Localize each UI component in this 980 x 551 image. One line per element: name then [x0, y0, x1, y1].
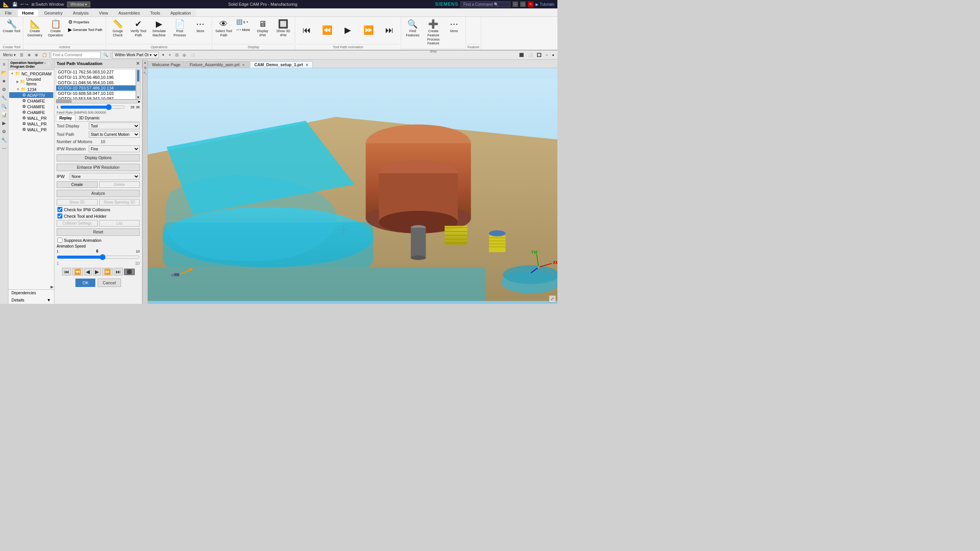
code-line-1[interactable]: GOTO/-11.370,56.460,10.196: [56, 75, 136, 80]
display-ipw-btn[interactable]: 🖥 Display IPW: [253, 18, 273, 39]
number-select-btn[interactable]: 🔢5 ▼: [234, 18, 252, 26]
generate-toolpath-btn[interactable]: ▶Generate Tool Path: [66, 26, 104, 33]
sidebar-icon-tools[interactable]: 🔧: [0, 94, 8, 102]
tpv-main-slider[interactable]: [60, 104, 125, 110]
snap-icon-3[interactable]: ⊡: [174, 52, 180, 57]
sidebar-icon-more[interactable]: ⋯: [0, 145, 8, 152]
minimize-btn[interactable]: ─: [513, 2, 518, 7]
snap-icon-4[interactable]: ◎: [181, 52, 188, 57]
ctrl-back-btn[interactable]: ⏪: [72, 268, 83, 276]
speed-slider[interactable]: [57, 254, 140, 260]
show-3d-btn[interactable]: Show 3D: [57, 199, 98, 205]
tpv-ok-btn[interactable]: OK: [75, 279, 95, 287]
show-3d-ipw-btn[interactable]: 🔲 Show 3D IPW: [273, 18, 293, 39]
check-tool-checkbox[interactable]: [57, 214, 62, 218]
sidebar-icon-search[interactable]: 🔍: [0, 103, 8, 110]
tpv-delete-btn[interactable]: Delete: [99, 181, 140, 188]
sidebar-icon-menu[interactable]: ≡: [0, 60, 8, 68]
ctrl-rewind-btn[interactable]: ⏮: [62, 268, 71, 276]
nav-dependencies-tab[interactable]: Dependencies: [8, 290, 54, 297]
sidebar-icon-star[interactable]: ★: [0, 77, 8, 85]
create-tool-btn[interactable]: 🔧 Create Tool: [2, 18, 21, 35]
analyze-btn[interactable]: Analyze: [57, 190, 140, 197]
tpv-close-btn[interactable]: ✕: [136, 61, 140, 66]
view-icon-3[interactable]: 🔲: [535, 52, 543, 57]
ctrl-stop-btn[interactable]: ⬛: [124, 269, 135, 275]
ctrl-next-btn[interactable]: ⏩: [102, 268, 113, 276]
snap-icon-2[interactable]: +: [167, 52, 173, 57]
code-line-2[interactable]: GOTO/-11.048,56.954,10.165: [56, 80, 136, 85]
tab-view[interactable]: View: [94, 9, 113, 16]
sidebar-icon-chart[interactable]: 📊: [0, 111, 8, 119]
rstrip-icon-1[interactable]: ▲: [143, 60, 147, 65]
create-operation-btn[interactable]: 📋 Create Operation: [46, 18, 65, 39]
code-scrollbar[interactable]: ▼: [136, 69, 140, 99]
redo-btn[interactable]: ↪: [25, 2, 28, 7]
reset-btn[interactable]: Reset: [57, 228, 140, 236]
rstrip-icon-3[interactable]: 🔧: [143, 71, 147, 75]
post-process-btn[interactable]: 📄 Post Process: [170, 18, 189, 39]
vp-tab-fixture-close[interactable]: ✕: [242, 63, 245, 67]
properties-btn[interactable]: ⚙Properties: [66, 18, 104, 26]
sidebar-icon-gear[interactable]: ⚙: [0, 86, 8, 93]
list-btn[interactable]: List: [99, 220, 140, 227]
tree-item-chamfe-3[interactable]: ⚙ CHAMFE: [9, 109, 53, 115]
create-feature-btn[interactable]: ➕ Create Feature Process Feature: [423, 18, 443, 47]
tpv-tool-path-select[interactable]: Start to Current Motion: [89, 131, 140, 138]
undo-btn[interactable]: ↩: [20, 2, 24, 7]
sidebar-icon-wrench[interactable]: 🔧: [0, 136, 8, 144]
quick-save[interactable]: 💾: [12, 2, 18, 7]
find-features-btn[interactable]: 🔍 Find Features: [403, 18, 423, 39]
h-scroll-right[interactable]: ▶: [138, 100, 140, 103]
sidebar-icon-navigator[interactable]: 📂: [0, 69, 8, 77]
cmd-icon-4[interactable]: 📋: [41, 52, 48, 57]
code-line-0[interactable]: GOTO/-11.762,56.003,10.227: [56, 69, 136, 75]
search-command-input[interactable]: [51, 52, 101, 59]
view-icon-2[interactable]: ⬜: [526, 52, 534, 57]
viewport[interactable]: Welcome Page Fixture_Assembly_asm.prt ✕ …: [148, 60, 557, 304]
ctrl-prev-btn[interactable]: ◀: [84, 268, 92, 276]
tab-home[interactable]: Home: [17, 9, 39, 16]
tab-assemblies[interactable]: Assemblies: [113, 9, 145, 16]
tree-item-chamfe-1[interactable]: ⚙ CHAMFE: [9, 98, 53, 104]
verify-tool-path-btn[interactable]: ✔ Verify Tool Path: [128, 18, 148, 39]
search-field[interactable]: Find a Command 🔍: [461, 2, 510, 7]
display-options-btn[interactable]: Display Options: [57, 154, 140, 161]
tpv-ipw-res-select[interactable]: Fine: [89, 145, 140, 152]
switch-window-btn[interactable]: ⊞ Switch Window: [31, 2, 64, 7]
tree-item-adaptiv[interactable]: ⚙ ADAPTIV: [9, 92, 53, 98]
work-part-select[interactable]: Within Work Part Ot ▾: [112, 52, 159, 59]
tpv-tool-display-select[interactable]: Tool: [89, 122, 140, 129]
view-icon-1[interactable]: ⬛: [518, 52, 525, 57]
tab-geometry[interactable]: Geometry: [39, 9, 67, 16]
suppress-anim-checkbox[interactable]: [57, 238, 62, 243]
cmd-icon-2[interactable]: ⊕: [26, 52, 32, 57]
tree-item-wall-1[interactable]: ⚙ WALL_PR: [9, 115, 53, 121]
tpv-tab-3d-dynamic[interactable]: 3D Dynamic: [75, 115, 103, 121]
operations-more-btn[interactable]: ⋯ More: [190, 18, 210, 35]
anim-rewind-btn[interactable]: ⏮: [297, 24, 317, 37]
nav-scroll-right[interactable]: ▶: [8, 284, 54, 289]
ipw-more-btn[interactable]: ⋯ More: [444, 18, 464, 35]
tab-application[interactable]: Application: [165, 9, 196, 16]
search-icon[interactable]: 🔍: [102, 52, 109, 57]
nav-details-tab[interactable]: Details ▼: [8, 297, 54, 304]
snap-icon-5[interactable]: ⬜: [189, 52, 196, 57]
view-icon-4[interactable]: ○: [544, 52, 549, 57]
tpv-code-list[interactable]: GOTO/-11.762,56.003,10.227 GOTO/-11.370,…: [56, 69, 136, 99]
vp-tab-welcome[interactable]: Welcome Page: [148, 61, 185, 68]
h-scrollbar[interactable]: [56, 99, 137, 103]
window-dropdown[interactable]: Window ▾: [67, 2, 90, 7]
show-spinning-3d-btn[interactable]: Show Spinning 3D: [99, 199, 140, 205]
view-icon-5[interactable]: ●: [550, 52, 556, 57]
anim-end-btn[interactable]: ⏭: [379, 24, 399, 37]
fit-view-btn[interactable]: ⤢: [549, 295, 556, 302]
tab-analysis[interactable]: Analysis: [68, 9, 94, 16]
display-more-btn[interactable]: ⋯More: [234, 26, 252, 33]
tree-item-chamfe-2[interactable]: ⚙ CHAMFE: [9, 104, 53, 109]
ctrl-play-btn[interactable]: ▶: [93, 268, 101, 276]
select-toolpath-btn[interactable]: 👁 Select Tool Path: [214, 18, 234, 39]
menu-btn[interactable]: Menu ▾: [2, 52, 17, 57]
collision-settings-btn[interactable]: Collision Settings: [57, 220, 98, 227]
cmd-icon-1[interactable]: ☰: [18, 52, 25, 57]
